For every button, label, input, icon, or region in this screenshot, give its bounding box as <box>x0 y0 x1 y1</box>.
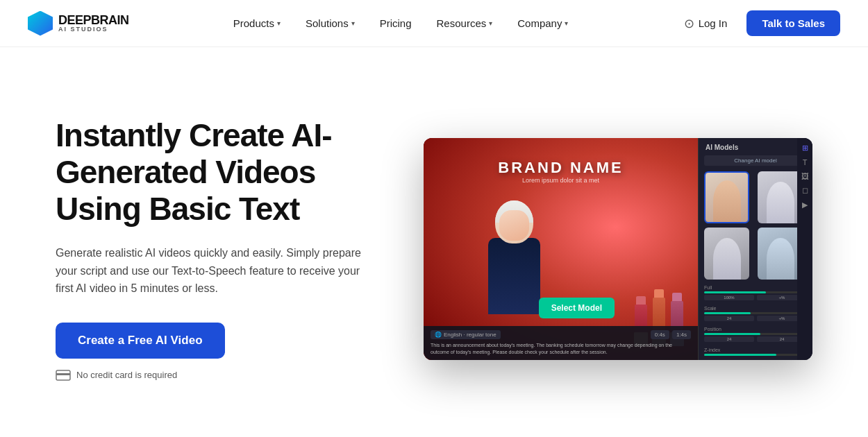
select-model-button[interactable]: Select Model <box>539 298 615 318</box>
model-thumb-4[interactable] <box>758 228 803 280</box>
chevron-down-icon: ▾ <box>565 19 568 27</box>
mockup-brand-name: BRAND NAME <box>498 159 623 177</box>
credit-card-icon <box>56 370 71 381</box>
nav-item-pricing[interactable]: Pricing <box>369 12 423 35</box>
nav-actions: ⊙ Log In Talk to Sales <box>673 10 840 37</box>
model-thumb-3[interactable] <box>704 228 749 280</box>
panel-title: AI Models <box>699 144 812 155</box>
nav-item-solutions[interactable]: Solutions ▾ <box>294 12 366 35</box>
panel-icon-strip: ⊞ T 🖼 ◻ ▶ <box>797 138 812 360</box>
user-icon: ⊙ <box>684 16 694 31</box>
svg-rect-1 <box>56 373 70 375</box>
nav-item-company[interactable]: Company ▾ <box>506 12 579 35</box>
control-position: Position 24 24 <box>704 327 807 342</box>
panel-icon-shape[interactable]: ◻ <box>802 186 808 195</box>
logo[interactable]: DEEPBRAIN AI STUDIOS <box>28 11 129 36</box>
hero-mockup: BRAND NAME Lorem ipsum dolor sit a met <box>410 138 812 360</box>
nav-item-products[interactable]: Products ▾ <box>222 12 292 35</box>
nav-item-resources[interactable]: Resources ▾ <box>426 12 504 35</box>
hero-section: Instantly Create AI-Generated Videos Usi… <box>0 47 868 437</box>
control-zindex: Z-index <box>704 348 807 356</box>
talk-to-sales-button[interactable]: Talk to Sales <box>746 10 840 36</box>
navbar: DEEPBRAIN AI STUDIOS Products ▾ Solution… <box>0 0 868 47</box>
hero-title: Instantly Create AI-Generated Videos Usi… <box>56 117 403 228</box>
logo-icon <box>28 11 53 36</box>
mockup-video-area: BRAND NAME Lorem ipsum dolor sit a met <box>424 138 698 360</box>
hero-content: Instantly Create AI-Generated Videos Usi… <box>56 117 403 380</box>
panel-icon-text[interactable]: T <box>803 158 808 166</box>
time-badge-2: 1:4s <box>672 330 691 339</box>
time-badge-1: 0:4s <box>651 330 669 339</box>
model-grid <box>699 171 812 285</box>
mockup-right-panel: AI Models Change AI model <box>698 138 812 360</box>
panel-controls: Full 100% +% Scale <box>699 285 812 360</box>
change-ai-model-button[interactable]: Change AI model <box>704 155 807 166</box>
control-scale: Scale 24 +% <box>704 306 807 321</box>
panel-icon-image[interactable]: 🖼 <box>801 172 809 180</box>
mockup-brand-sub: Lorem ipsum dolor sit a met <box>522 177 599 184</box>
logo-sub: AI STUDIOS <box>58 26 129 33</box>
chevron-down-icon: ▾ <box>277 19 281 27</box>
nav-links: Products ▾ Solutions ▾ Pricing Resources… <box>222 12 580 35</box>
control-full: Full 100% +% <box>704 285 807 300</box>
login-button[interactable]: ⊙ Log In <box>673 10 739 37</box>
model-thumb-2[interactable] <box>758 171 803 223</box>
panel-icon-video[interactable]: ▶ <box>802 200 808 209</box>
create-free-video-button[interactable]: Create a Free AI Video <box>56 323 225 359</box>
panel-icon-home[interactable]: ⊞ <box>802 144 808 153</box>
chevron-down-icon: ▾ <box>351 19 355 27</box>
chevron-down-icon: ▾ <box>489 19 492 27</box>
no-card-notice: No credit card is required <box>56 370 403 381</box>
script-text: This is an announcement about today's me… <box>431 342 691 356</box>
product-mockup: BRAND NAME Lorem ipsum dolor sit a met <box>424 138 812 360</box>
model-thumb-1[interactable] <box>704 171 749 223</box>
logo-brand: DEEPBRAIN <box>58 14 129 26</box>
hero-description: Generate realistic AI videos quickly and… <box>56 244 361 298</box>
language-badge: 🌐 English · regular tone <box>431 330 501 339</box>
mockup-bottom-bar: 🌐 English · regular tone 0:4s 1:4s This … <box>424 326 698 360</box>
